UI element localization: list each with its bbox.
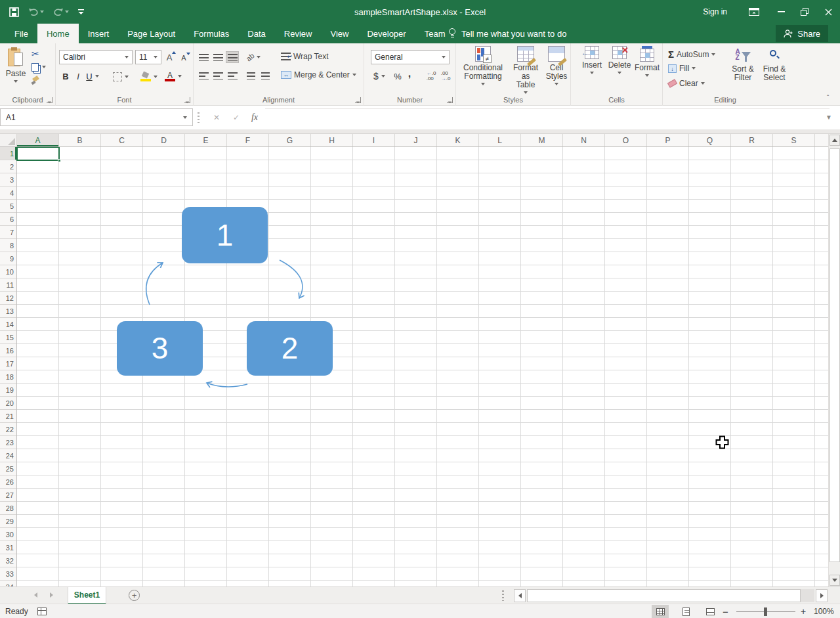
row-header-23[interactable]: 23	[0, 436, 16, 449]
enter-button[interactable]: ✓	[230, 111, 243, 124]
underline-button[interactable]: U	[84, 70, 101, 83]
font-dialog-launcher[interactable]	[184, 97, 190, 103]
tab-home[interactable]: Home	[37, 24, 79, 43]
formula-input[interactable]	[265, 108, 830, 126]
bold-button[interactable]: B	[60, 70, 71, 83]
ribbon-display-options-button[interactable]	[744, 0, 764, 24]
row-header-16[interactable]: 16	[0, 344, 16, 357]
row-header-6[interactable]: 6	[0, 213, 16, 226]
format-as-table-button[interactable]: Format as Table	[509, 46, 543, 94]
column-header-i[interactable]: I	[353, 134, 395, 146]
column-header-g[interactable]: G	[269, 134, 311, 146]
sign-in-link[interactable]: Sign in	[703, 7, 727, 16]
row-header-27[interactable]: 27	[0, 489, 16, 502]
row-header-32[interactable]: 32	[0, 554, 16, 567]
increase-font-size-button[interactable]: A	[164, 51, 175, 63]
increase-decimal-button[interactable]: ←.0.00	[425, 70, 438, 83]
accounting-format-button[interactable]: $	[371, 70, 388, 83]
zoom-out-button[interactable]: −	[723, 604, 728, 618]
tab-file[interactable]: File	[5, 24, 37, 43]
row-header-33[interactable]: 33	[0, 567, 16, 581]
column-header-k[interactable]: K	[437, 134, 479, 146]
scroll-up-button[interactable]	[830, 135, 840, 146]
row-header-18[interactable]: 18	[0, 370, 16, 384]
bottom-align-button[interactable]	[226, 51, 239, 63]
zoom-slider-thumb[interactable]	[764, 607, 767, 616]
number-format-combo[interactable]: General	[371, 50, 450, 64]
row-header-14[interactable]: 14	[0, 318, 16, 331]
tell-me-box[interactable]: Tell me what you want to do	[448, 24, 566, 43]
row-header-20[interactable]: 20	[0, 397, 16, 410]
row-header-10[interactable]: 10	[0, 265, 16, 278]
column-header-j[interactable]: J	[395, 134, 437, 146]
collapse-ribbon-button[interactable]: ˆ	[827, 96, 835, 101]
row-header-17[interactable]: 17	[0, 357, 16, 370]
column-header-s[interactable]: S	[773, 134, 815, 146]
paste-button[interactable]: Paste	[1, 46, 30, 93]
zoom-level[interactable]: 100%	[814, 604, 834, 618]
scroll-right-button[interactable]	[816, 589, 828, 602]
percent-style-button[interactable]: %	[392, 70, 404, 83]
column-header-l[interactable]: L	[479, 134, 521, 146]
autosum-button[interactable]: Σ AutoSum	[668, 49, 715, 60]
column-header-f[interactable]: F	[227, 134, 269, 146]
row-header-24[interactable]: 24	[0, 449, 16, 462]
row-header-29[interactable]: 29	[0, 515, 16, 528]
row-header-7[interactable]: 7	[0, 226, 16, 239]
conditional-formatting-button[interactable]: ≠ Conditional Formatting	[459, 46, 507, 85]
row-header-13[interactable]: 13	[0, 305, 16, 318]
wrap-text-button[interactable]: Wrap Text	[281, 52, 329, 61]
insert-cells-button[interactable]: ← Insert	[579, 46, 605, 74]
column-header-partial[interactable]	[815, 134, 828, 146]
vertical-scrollbar[interactable]	[828, 134, 840, 586]
find-select-button[interactable]: Find & Select	[760, 46, 789, 82]
horizontal-scrollbar[interactable]	[514, 589, 828, 602]
row-header-30[interactable]: 30	[0, 528, 16, 541]
orientation-button[interactable]: ab	[244, 51, 262, 63]
row-header-21[interactable]: 21	[0, 410, 16, 423]
smartart-shape-3[interactable]: 3	[117, 321, 203, 376]
arrow-2-to-3[interactable]	[207, 383, 247, 387]
tab-scrollbar-divider[interactable]	[502, 590, 504, 601]
tab-review[interactable]: Review	[275, 24, 322, 43]
tab-insert[interactable]: Insert	[79, 24, 119, 43]
column-header-e[interactable]: E	[185, 134, 227, 146]
fill-button[interactable]: ↓ Fill	[668, 64, 696, 73]
column-header-d[interactable]: D	[143, 134, 185, 146]
tab-view[interactable]: View	[321, 24, 358, 43]
decrease-indent-button[interactable]	[244, 70, 257, 81]
next-sheet-button[interactable]	[50, 592, 53, 599]
italic-button[interactable]: I	[74, 70, 83, 83]
tab-data[interactable]: Data	[238, 24, 274, 43]
macro-record-icon[interactable]	[37, 607, 47, 615]
row-header-22[interactable]: 22	[0, 423, 16, 436]
cell-styles-button[interactable]: Cell Styles	[544, 46, 569, 85]
column-header-n[interactable]: N	[563, 134, 605, 146]
column-header-a[interactable]: A	[17, 134, 59, 146]
row-header-19[interactable]: 19	[0, 384, 16, 397]
copy-button[interactable]	[32, 60, 54, 74]
merge-center-button[interactable]: ↔Merge & Center	[281, 70, 356, 79]
font-color-button[interactable]: A	[163, 70, 183, 83]
decrease-font-size-button[interactable]: A	[178, 52, 189, 64]
column-header-p[interactable]: P	[647, 134, 689, 146]
vertical-scroll-thumb[interactable]	[830, 148, 840, 562]
clear-button[interactable]: Clear	[668, 79, 705, 88]
cancel-button[interactable]: ✕	[210, 111, 223, 124]
font-size-combo[interactable]: 11	[135, 50, 161, 64]
sort-filter-button[interactable]: AZ Sort & Filter	[727, 46, 759, 82]
row-header-5[interactable]: 5	[0, 200, 16, 213]
comma-style-button[interactable]: ,	[405, 67, 414, 80]
row-header-1[interactable]: 1	[0, 147, 16, 160]
decrease-decimal-button[interactable]: .00→.0	[439, 70, 452, 83]
share-button[interactable]: Share	[776, 25, 828, 42]
sheet-tab-sheet1[interactable]: Sheet1	[68, 587, 106, 604]
arrow-1-to-2[interactable]	[280, 260, 303, 298]
scroll-left-button[interactable]	[514, 589, 526, 602]
smartart-shape-2[interactable]: 2	[247, 321, 333, 376]
tab-formulas[interactable]: Formulas	[184, 24, 238, 43]
new-sheet-button[interactable]: +	[129, 590, 140, 601]
expand-formula-bar-button[interactable]: ▼	[826, 114, 832, 121]
fill-color-button[interactable]	[140, 71, 158, 83]
zoom-in-button[interactable]: +	[801, 604, 806, 618]
